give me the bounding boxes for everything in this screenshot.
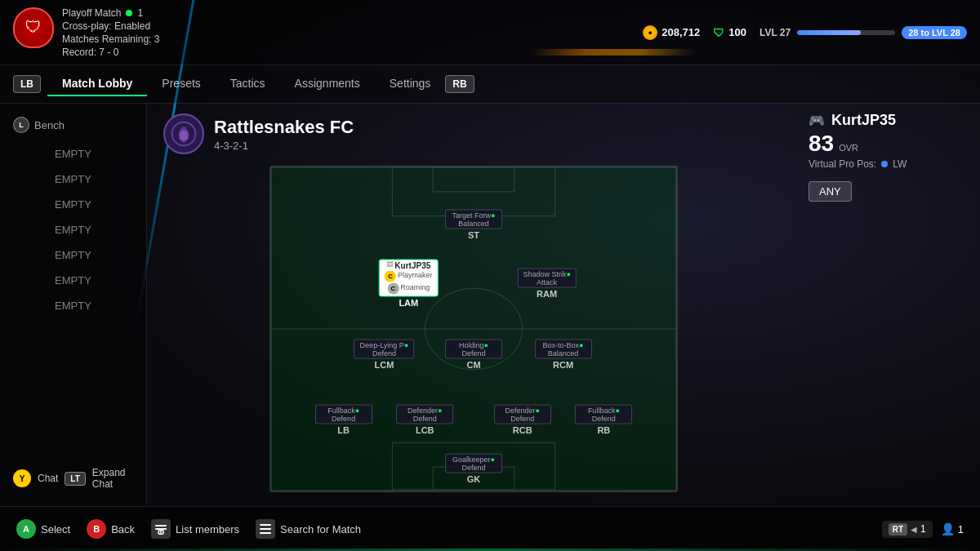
position-lcb[interactable]: Defender● Defend LCB [396, 404, 453, 434]
center-panel: Rattlesnakes FC 4-3-2-1 [147, 104, 800, 506]
ap-badge: 28 to LVL 28 [902, 26, 967, 39]
svg-rect-5 [433, 167, 514, 191]
coins-value: 208,712 [662, 26, 700, 38]
content-area: L Bench EMPTY EMPTY EMPTY EMPTY EMPTY EM… [0, 104, 980, 506]
coin-icon: ● [643, 25, 657, 40]
position-gk[interactable]: Goalkeeper● Defend GK [445, 453, 502, 483]
position-cm[interactable]: Holding● Defend CM [445, 340, 502, 370]
sidebar: L Bench EMPTY EMPTY EMPTY EMPTY EMPTY EM… [0, 104, 147, 506]
nav-rb-btn[interactable]: RB [445, 75, 474, 93]
level-area: LVL 27 28 to LVL 28 [760, 26, 967, 39]
b-button[interactable]: B [87, 519, 106, 539]
record-label: Record: 7 - 0 [62, 47, 118, 58]
crossplay-label: Cross-play: Enabled [62, 20, 150, 32]
level-label: LVL 27 [760, 27, 791, 38]
select-action[interactable]: A Select [16, 519, 70, 539]
rt-badge: RT ◀ 1 [882, 521, 933, 538]
right-panel: 🎮 KurtJP35 83 OVR Virtual Pro Pos: LW AN… [800, 104, 980, 506]
player-info-card: 🎮 KurtJP35 83 OVR Virtual Pro Pos: LW AN… [808, 112, 972, 202]
player-name-row: 🎮 KurtJP35 [808, 112, 972, 129]
player-count-value: 1 [958, 523, 964, 535]
team-logo [163, 113, 204, 154]
position-lam[interactable]: 🖼 KurtJP35 C Playmaker C Roaming [379, 259, 439, 307]
bench-header: L Bench [0, 112, 146, 141]
any-badge: ANY [808, 181, 852, 202]
search-match-label: Search for Match [280, 523, 361, 535]
online-dot [126, 10, 132, 16]
search-action[interactable]: Search for Match [256, 519, 361, 539]
record-row: Record: 7 - 0 [62, 47, 159, 58]
select-label: Select [41, 523, 70, 535]
pos-dot [881, 161, 888, 167]
rt-button[interactable]: RT [889, 523, 907, 535]
virtual-pro-label: Virtual Pro Pos: [808, 158, 876, 170]
online-count: 1 [137, 7, 143, 19]
tab-tactics[interactable]: Tactics [216, 72, 280, 96]
menu-line-2 [260, 528, 271, 530]
top-right: ● 208,712 🛡 100 LVL 27 28 to LVL 28 [643, 25, 967, 40]
tab-assignments[interactable]: Assignments [280, 72, 375, 96]
position-lcm[interactable]: Deep-Lying P● Defend LCM [354, 340, 415, 370]
position-st[interactable]: Target Forw● Balanced ST [445, 210, 502, 240]
position-rcb[interactable]: Defender● Defend RCB [494, 404, 551, 434]
bench-slot-3[interactable]: EMPTY [0, 192, 146, 217]
player-count: 👤 1 [941, 522, 964, 535]
bottom-right: RT ◀ 1 👤 1 [882, 521, 964, 538]
position-rcm[interactable]: Box-to-Box● Balanced RCM [535, 340, 592, 370]
xp-to-next: 28 to LVL 28 [908, 28, 960, 38]
matches-remaining-row: Matches Remaining: 3 [62, 33, 159, 45]
back-action[interactable]: B Back [87, 519, 135, 539]
tab-settings[interactable]: Settings [375, 72, 446, 96]
a-button[interactable]: A [16, 519, 36, 539]
position-rb[interactable]: Fullback● Defend RB [575, 404, 632, 434]
team-header: Rattlesnakes FC 4-3-2-1 [163, 113, 784, 154]
tokens-display: 🛡 100 [713, 26, 746, 39]
menu-button[interactable] [256, 519, 275, 539]
tab-presets[interactable]: Presets [147, 72, 215, 96]
player-pos-row: Virtual Pro Pos: LW [808, 158, 972, 170]
person-icon: 👤 [941, 522, 955, 535]
tokens-value: 100 [728, 26, 746, 38]
ovr-label: OVR [839, 143, 858, 153]
expand-chat-label: Expand Chat [92, 467, 133, 490]
player-username: KurtJP35 [831, 112, 896, 129]
ovr-row: 83 OVR [808, 132, 972, 155]
level-bar [797, 30, 895, 35]
position-ram[interactable]: Shadow Strik● Attack RAM [517, 268, 576, 298]
nav-lb-btn[interactable]: LB [13, 75, 41, 93]
y-button[interactable]: Y [13, 469, 31, 487]
list-action[interactable]: List members [151, 519, 239, 539]
bench-label: Bench [34, 119, 65, 131]
bench-slot-6[interactable]: EMPTY [0, 268, 146, 293]
nav-tabs: LB Match Lobby Presets Tactics Assignmen… [0, 65, 980, 104]
field-container: Goalkeeper● Defend GK Fullback● Defend L… [163, 161, 784, 496]
rt-count: 1 [920, 523, 926, 535]
team-shield-icon: 🛡 [13, 7, 54, 48]
player-ovr: 83 [808, 132, 834, 155]
controller-icon: 🎮 [808, 113, 825, 128]
team-name: Rattlesnakes FC [214, 117, 354, 138]
list-button[interactable] [151, 519, 171, 539]
top-bar: 🛡 Playoff Match 1 Cross-play: Enabled Ma… [0, 0, 980, 65]
lt-button[interactable]: LT [65, 472, 85, 486]
bench-slot-7[interactable]: EMPTY [0, 293, 146, 318]
list-members-label: List members [176, 523, 239, 535]
svg-rect-8 [155, 525, 167, 527]
stick-label: L [19, 121, 24, 129]
main-container: 🛡 Playoff Match 1 Cross-play: Enabled Ma… [0, 0, 980, 551]
menu-line-1 [260, 524, 271, 526]
match-type-label: Playoff Match [62, 7, 121, 19]
back-label: Back [111, 523, 135, 535]
bottom-bar: A Select B Back List members [0, 506, 980, 551]
match-info: Playoff Match 1 Cross-play: Enabled Matc… [62, 7, 159, 58]
player-position: LW [893, 158, 906, 170]
bench-slot-1[interactable]: EMPTY [0, 141, 146, 167]
bottom-actions: A Select B Back List members [16, 519, 361, 539]
bench-slot-4[interactable]: EMPTY [0, 217, 146, 242]
tab-match-lobby[interactable]: Match Lobby [47, 72, 147, 96]
matches-remaining-label: Matches Remaining: 3 [62, 33, 159, 45]
crossplay-row: Cross-play: Enabled [62, 20, 159, 32]
bench-slot-2[interactable]: EMPTY [0, 167, 146, 192]
bench-slot-5[interactable]: EMPTY [0, 242, 146, 268]
position-lb[interactable]: Fullback● Defend LB [315, 404, 372, 434]
